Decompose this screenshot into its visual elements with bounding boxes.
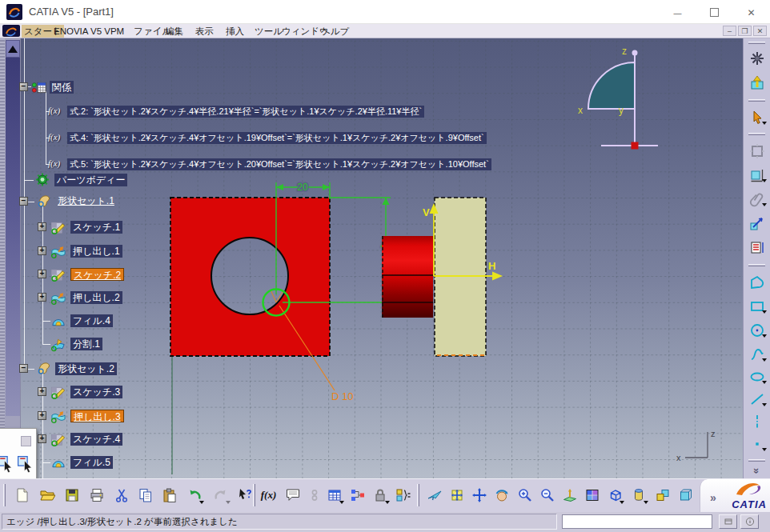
tree-item-geoset-2[interactable]: 形状セット.2 [55,362,117,375]
isometric-view-button[interactable] [604,483,625,507]
menu-help[interactable]: ヘルプ [319,25,351,38]
extrude-icon[interactable] [50,290,67,306]
tree-item-formula-5[interactable]: 式.5: `形状セット.2¥スケッチ.4¥オフセット.20¥Offset`=`形… [67,158,491,170]
mdi-restore-icon[interactable]: ❐ [738,26,752,36]
sketch-icon[interactable] [50,385,67,400]
menu-insert[interactable]: 挿入 [223,25,247,38]
dimensions-exchange-button[interactable] [747,213,768,234]
app-icon[interactable] [6,4,22,20]
scrollbar-track[interactable] [6,58,20,416]
expander-geoset-1[interactable] [19,197,28,206]
tree-item-geoset-1[interactable]: 形状セット.1 [55,194,117,207]
select-toolbar-palette[interactable] [0,428,37,478]
expander-relations[interactable] [19,82,28,91]
equivalent-dimensions-button[interactable] [392,483,414,507]
expander-sketch-2[interactable] [38,270,46,278]
toolbar-grip[interactable] [748,459,765,462]
sketch-icon[interactable] [50,432,67,447]
fill-icon[interactable] [50,314,67,329]
select-button[interactable] [747,107,768,128]
tree-item-relations[interactable]: 関係 [50,81,74,94]
render-style-button[interactable] [628,483,649,507]
select-cube-icon[interactable] [16,454,34,473]
ellipse-button[interactable] [747,366,768,387]
menu-edit[interactable]: 編集 [162,25,186,38]
formula-icon[interactable] [48,158,66,170]
axis-h-label[interactable]: H [488,260,495,272]
toolbar-grip[interactable] [748,264,765,266]
save-button[interactable] [61,483,82,507]
swap-visible-space-button[interactable] [674,483,696,507]
hide-show-button[interactable] [652,483,673,507]
tree-item-sketch-4[interactable]: スケッチ.4 [70,433,122,446]
toolbar-grip[interactable] [253,484,255,506]
comment-button[interactable] [282,483,303,507]
tree-item-sketch-1[interactable]: スケッチ.1 [70,221,122,234]
sketcher-tools-button[interactable] [747,48,768,69]
dim-width-label[interactable]: 20 [297,182,308,193]
tree-item-part-body[interactable]: パーツボディー [54,174,127,186]
extrude-icon[interactable] [50,409,67,424]
fill-icon[interactable] [50,455,67,470]
constraints-defined-button[interactable] [747,141,768,162]
axis-v-label[interactable]: V [423,206,430,218]
link-button[interactable] [303,483,325,507]
toolbar-overflow-chevron[interactable] [747,464,768,477]
dimension-list-button[interactable] [747,237,768,258]
support-plane[interactable] [435,198,486,356]
formula-icon[interactable] [48,132,66,143]
cut-button[interactable] [110,483,132,507]
tree-item-split-1[interactable]: 分割.1 [70,338,102,350]
toolbar-grip[interactable] [417,484,419,506]
formula-button[interactable] [258,483,279,507]
tree-item-extrude-2[interactable]: 押し出し.2 [70,291,122,304]
tree-item-extrude-1[interactable]: 押し出し.1 [70,245,122,258]
expander-sketch-3[interactable] [38,387,46,396]
expander-sketch-4[interactable] [38,434,46,443]
cylinder-body[interactable] [382,236,433,318]
tree-item-fill-4[interactable]: フィル.4 [70,314,113,327]
copy-button[interactable] [134,483,156,507]
menu-view[interactable]: 表示 [193,25,216,38]
paste-button[interactable] [158,483,180,507]
part-body-icon[interactable] [34,172,51,187]
tree-item-formula-4[interactable]: 式.4: `形状セット.2¥スケッチ.4¥オフセット.19¥Offset`=`形… [67,132,487,144]
constraint-button[interactable] [747,165,768,186]
circle-button[interactable] [747,320,768,341]
dialog-expand-icon[interactable] [719,514,737,529]
new-document-button[interactable] [11,483,33,507]
multi-view-button[interactable] [581,483,603,507]
line-button[interactable] [747,389,768,410]
toolbar-grip[interactable] [748,133,765,135]
axis-button[interactable] [747,411,768,432]
relations-icon[interactable] [30,80,48,95]
expander-extrude-3[interactable] [38,411,46,420]
fit-all-in-button[interactable] [446,483,467,507]
mdi-close-icon[interactable]: ✕ [753,26,767,36]
toolbar-grip[interactable] [748,42,765,44]
tree-item-fill-5[interactable]: フィル.5 [70,456,113,469]
close-icon[interactable] [733,0,769,24]
toolbar-grip[interactable] [748,99,765,102]
maximize-icon[interactable] [696,0,732,24]
formula-icon[interactable] [48,106,66,117]
geometrical-set-icon[interactable] [35,194,53,209]
undo-button[interactable] [183,483,205,507]
toolbar-grip[interactable] [3,484,6,506]
exit-workbench-button[interactable] [747,72,768,93]
info-icon[interactable] [740,514,759,529]
profile-button[interactable] [747,272,768,293]
normal-view-button[interactable] [559,483,580,507]
relations-diagram-button[interactable] [347,483,368,507]
open-folder-button[interactable] [36,483,58,507]
scroll-up-icon[interactable] [6,40,20,58]
tree-item-extrude-3[interactable]: 押し出し.3 [70,410,124,422]
minimize-icon[interactable] [660,0,696,24]
tree-scrollbar[interactable] [0,38,21,478]
sketch-icon[interactable] [50,220,67,235]
point-button[interactable] [747,434,768,454]
extrude-icon[interactable] [50,244,67,259]
print-button[interactable] [86,483,107,507]
tree-item-sketch-3[interactable]: スケッチ.3 [70,386,122,398]
palette-handle[interactable] [21,436,31,446]
